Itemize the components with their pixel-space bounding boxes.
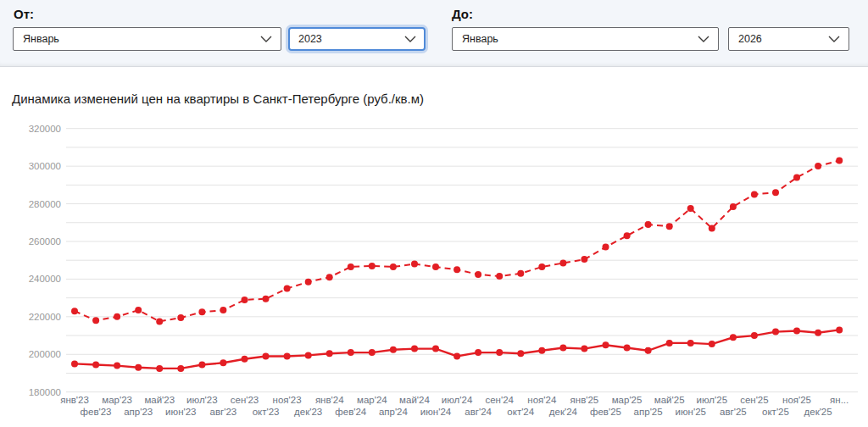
data-point[interactable]: [284, 286, 291, 292]
data-point[interactable]: [242, 356, 248, 363]
data-point[interactable]: [772, 329, 779, 336]
data-point[interactable]: [581, 256, 587, 263]
data-point[interactable]: [177, 314, 184, 321]
data-point[interactable]: [390, 263, 397, 270]
data-point[interactable]: [793, 328, 800, 335]
x-axis-tick-label: июн'24: [420, 407, 452, 417]
data-point[interactable]: [326, 350, 333, 357]
x-axis-tick-label: сен'25: [740, 395, 768, 405]
data-point[interactable]: [559, 345, 566, 352]
chevron-down-icon: [260, 36, 272, 42]
data-point[interactable]: [348, 263, 354, 270]
data-point[interactable]: [432, 346, 439, 352]
x-axis-tick-label: ноя'25: [782, 395, 811, 405]
data-point[interactable]: [92, 317, 99, 324]
data-point[interactable]: [135, 364, 142, 371]
data-point[interactable]: [645, 221, 652, 228]
data-point[interactable]: [836, 158, 843, 164]
data-point[interactable]: [411, 261, 418, 268]
data-point[interactable]: [92, 362, 99, 369]
data-point[interactable]: [156, 365, 163, 372]
data-point[interactable]: [71, 308, 78, 314]
data-point[interactable]: [263, 353, 270, 360]
data-point[interactable]: [538, 263, 545, 270]
data-point[interactable]: [284, 353, 291, 360]
data-point[interactable]: [666, 223, 673, 230]
data-point[interactable]: [305, 279, 312, 286]
data-point[interactable]: [496, 349, 503, 356]
data-point[interactable]: [603, 341, 609, 348]
data-point[interactable]: [559, 260, 566, 267]
data-point[interactable]: [220, 307, 226, 313]
x-axis-tick-label: май'25: [654, 395, 685, 405]
data-point[interactable]: [836, 326, 843, 333]
data-point[interactable]: [666, 340, 673, 347]
data-point[interactable]: [114, 313, 120, 320]
data-point[interactable]: [432, 263, 439, 270]
filter-bar: От: До: Январь 2023 Январь 2026: [0, 0, 868, 67]
x-axis-tick-label: авг'24: [465, 407, 492, 417]
data-point[interactable]: [475, 349, 481, 356]
from-month-select[interactable]: Январь: [13, 27, 281, 51]
data-point[interactable]: [624, 232, 631, 239]
data-point[interactable]: [135, 307, 142, 313]
data-point[interactable]: [687, 205, 694, 212]
data-point[interactable]: [411, 346, 418, 352]
data-point[interactable]: [772, 189, 779, 196]
data-point[interactable]: [793, 175, 800, 181]
x-axis-tick-label: дек'24: [549, 407, 578, 417]
x-axis-tick-label: окт'24: [507, 407, 534, 417]
data-point[interactable]: [730, 203, 737, 210]
data-point[interactable]: [242, 297, 248, 303]
data-point[interactable]: [581, 346, 587, 352]
data-point[interactable]: [815, 330, 821, 336]
data-point[interactable]: [453, 353, 460, 360]
data-point[interactable]: [263, 296, 270, 302]
data-point[interactable]: [538, 347, 545, 354]
data-point[interactable]: [198, 362, 205, 369]
y-axis-tick-label: 240000: [29, 274, 61, 284]
data-point[interactable]: [645, 347, 652, 354]
data-point[interactable]: [305, 352, 312, 358]
data-point[interactable]: [709, 225, 715, 231]
x-axis-tick-label: ноя'23: [273, 395, 302, 405]
data-point[interactable]: [369, 263, 376, 269]
x-axis-tick-label: янв'25: [570, 395, 599, 405]
x-axis-tick-label: янв'23: [60, 395, 89, 405]
from-month-value: Январь: [23, 33, 59, 45]
data-point[interactable]: [114, 363, 120, 369]
data-point[interactable]: [71, 360, 78, 367]
data-point[interactable]: [198, 308, 205, 315]
data-point[interactable]: [517, 270, 524, 277]
to-month-select[interactable]: Январь: [452, 27, 719, 51]
data-point[interactable]: [177, 365, 184, 372]
data-point[interactable]: [156, 318, 163, 324]
x-axis-tick-label: дек'23: [294, 407, 322, 417]
to-month-value: Январь: [462, 33, 498, 45]
data-point[interactable]: [369, 349, 376, 356]
data-point[interactable]: [453, 266, 460, 273]
x-axis-tick-label: фев'25: [590, 407, 621, 417]
data-point[interactable]: [687, 340, 694, 347]
data-point[interactable]: [390, 347, 397, 353]
data-point[interactable]: [326, 274, 333, 280]
data-point[interactable]: [751, 191, 758, 197]
data-point[interactable]: [815, 163, 821, 169]
data-point[interactable]: [517, 350, 524, 357]
y-axis-tick-label: 220000: [29, 312, 61, 322]
data-point[interactable]: [751, 332, 758, 339]
to-year-select[interactable]: 2026: [728, 27, 849, 51]
data-point[interactable]: [496, 273, 503, 280]
x-axis-tick-label: окт'25: [762, 407, 789, 417]
data-point[interactable]: [624, 345, 631, 352]
data-point[interactable]: [603, 244, 609, 251]
chevron-down-icon: [698, 36, 709, 42]
data-point[interactable]: [709, 341, 715, 347]
from-year-select[interactable]: 2023: [288, 27, 426, 51]
x-axis-tick-label: сен'24: [485, 395, 514, 405]
data-point[interactable]: [348, 349, 354, 356]
y-axis-tick-label: 260000: [29, 236, 61, 247]
data-point[interactable]: [730, 334, 737, 341]
data-point[interactable]: [475, 271, 481, 278]
data-point[interactable]: [220, 359, 226, 366]
